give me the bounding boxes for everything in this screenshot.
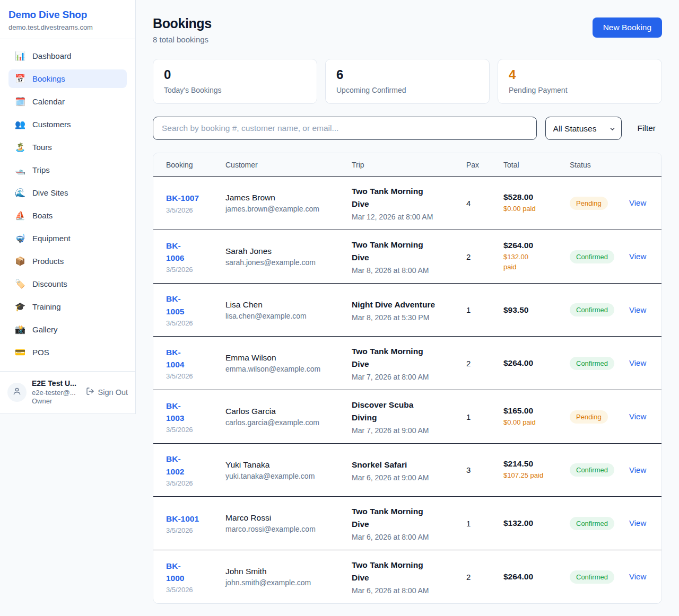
table-row: BK- 1005 3/5/2026 Lisa Chen lisa.chen@ex… [153,284,661,337]
booking-cell: BK-1001 3/5/2026 [166,513,225,534]
booking-id-link[interactable]: BK-1001 [166,513,218,525]
customer-email: emma.wilson@example.com [225,365,344,373]
booking-cell: BK- 1005 3/5/2026 [166,293,225,327]
customer-email: john.smith@example.com [225,578,344,587]
table-row: BK- 1006 3/5/2026 Sarah Jones sarah.jone… [153,230,661,284]
calendar-icon: 📅 [15,75,25,83]
actions-cell: View [629,518,654,528]
status-badge: Confirmed [570,463,614,477]
stat-value: 4 [509,67,651,82]
pax-cell: 1 [466,412,503,421]
trip-name: Two Tank Morning Dive [352,239,459,264]
filter-button[interactable]: Filter [631,119,662,137]
total-amount: $264.00 [503,241,562,250]
booking-date: 3/5/2026 [166,479,218,487]
credit-card-icon: 💳 [15,348,25,357]
view-link[interactable]: View [629,572,646,581]
sidebar-item-boats[interactable]: ⛵ Boats [8,206,127,225]
sidebar-item-training[interactable]: 🎓 Training [8,297,127,316]
total-cell: $264.00 [503,572,570,582]
status-cell: Confirmed [570,463,629,477]
trip-datetime: Mar 12, 2026 at 8:00 AM [352,213,459,221]
sidebar-item-pos[interactable]: 💳 POS [8,343,127,362]
stat-card: 6 Upcoming Confirmed [325,59,490,104]
booking-id-link[interactable]: BK-1007 [166,192,218,204]
sidebar-item-label: Discounts [32,279,67,288]
stat-value: 6 [336,67,478,82]
paid-amount: $107.25 paid [503,471,562,481]
sidebar-user-section: E2E Test U... e2e-tester@... Owner Sign … [0,371,135,413]
new-booking-button[interactable]: New Booking [593,17,662,38]
sidebar-item-dive-sites[interactable]: 🌊 Dive Sites [8,183,127,202]
customer-email: sarah.jones@example.com [225,258,344,267]
booking-id-link[interactable]: BK- 1005 [166,293,218,318]
actions-cell: View [629,358,654,368]
graduation-cap-icon: 🎓 [15,303,25,311]
spiral-calendar-icon: 🗓️ [15,98,25,106]
actions-cell: View [629,305,654,315]
customer-name: Emma Wilson [225,353,344,363]
people-icon: 👥 [15,120,25,129]
sidebar-item-dashboard[interactable]: 📊 Dashboard [8,47,127,65]
column-header-total: Total [503,161,570,169]
customer-email: marco.rossi@example.com [225,525,344,533]
pax-cell: 4 [466,199,503,208]
stats-row: 0 Today's Bookings 6 Upcoming Confirmed … [153,59,662,104]
view-link[interactable]: View [629,305,646,314]
sidebar-item-bookings[interactable]: 📅 Bookings [8,69,127,88]
table-row: BK- 1000 3/5/2026 John Smith john.smith@… [153,550,661,603]
status-badge: Confirmed [570,570,614,584]
trip-datetime: Mar 6, 2026 at 8:00 AM [352,533,459,541]
speedboat-icon: 🛥️ [15,166,25,174]
total-amount: $528.00 [503,192,562,202]
customer-email: carlos.garcia@example.com [225,418,344,427]
view-link[interactable]: View [629,412,646,421]
total-amount: $132.00 [503,518,562,528]
pax-cell: 3 [466,465,503,474]
search-input[interactable] [153,117,537,140]
view-link[interactable]: View [629,198,646,207]
booking-cell: BK-1007 3/5/2026 [166,192,225,214]
view-link[interactable]: View [629,518,646,527]
logout-icon [86,387,94,397]
table-row: BK-1001 3/5/2026 Marco Rossi marco.rossi… [153,497,661,550]
pax-cell: 2 [466,359,503,368]
avatar [7,383,27,402]
booking-id-link[interactable]: BK- 1003 [166,400,218,425]
booking-id-link[interactable]: BK- 1000 [166,560,218,585]
trip-datetime: Mar 8, 2026 at 5:30 PM [352,313,459,322]
trip-datetime: Mar 8, 2026 at 8:00 AM [352,266,459,275]
status-select[interactable]: All Statuses [546,117,621,139]
sidebar-item-tours[interactable]: 🏝️ Tours [8,138,127,156]
status-badge: Confirmed [570,303,614,316]
page-subtitle: 8 total bookings [153,35,212,44]
booking-id-link[interactable]: BK- 1006 [166,240,218,265]
booking-date: 3/5/2026 [166,426,218,434]
stat-value: 0 [164,67,306,82]
customer-email: lisa.chen@example.com [225,312,344,320]
total-amount: $264.00 [503,358,562,368]
sidebar-item-trips[interactable]: 🛥️ Trips [8,161,127,179]
sidebar-item-customers[interactable]: 👥 Customers [8,115,127,134]
view-link[interactable]: View [629,358,646,367]
booking-id-link[interactable]: BK- 1002 [166,453,218,478]
person-icon [12,386,22,398]
status-select-wrap: All Statuses [545,117,622,140]
stat-card: 0 Today's Bookings [153,59,317,104]
sidebar-item-calendar[interactable]: 🗓️ Calendar [8,92,127,111]
booking-date: 3/5/2026 [166,319,218,327]
table-row: BK- 1003 3/5/2026 Carlos Garcia carlos.g… [153,390,661,444]
sidebar-item-products[interactable]: 📦 Products [8,252,127,270]
booking-id-link[interactable]: BK- 1004 [166,346,218,371]
total-cell: $528.00 $0.00 paid [503,192,570,214]
column-header-pax: Pax [466,161,503,169]
sidebar-item-gallery[interactable]: 📸 Gallery [8,320,127,339]
view-link[interactable]: View [629,465,646,474]
view-link[interactable]: View [629,252,646,261]
sidebar-item-equipment[interactable]: 🤿 Equipment [8,229,127,248]
total-cell: $214.50 $107.25 paid [503,459,570,481]
sign-out-button[interactable]: Sign Out [86,387,128,397]
sidebar: Demo Dive Shop demo.test.divestreams.com… [0,0,136,414]
sidebar-item-discounts[interactable]: 🏷️ Discounts [8,275,127,293]
customer-name: Lisa Chen [225,300,344,310]
